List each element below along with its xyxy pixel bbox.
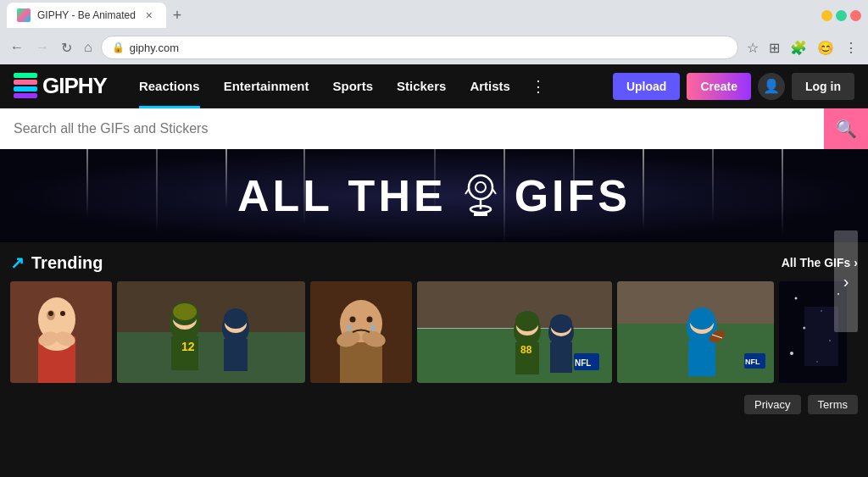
svg-point-0 bbox=[469, 175, 492, 199]
giphy-logo[interactable]: GIPHY bbox=[14, 73, 107, 100]
gif-item-4[interactable]: 88 NFL bbox=[417, 281, 612, 383]
svg-point-37 bbox=[371, 324, 375, 331]
reload-button[interactable]: ↻ bbox=[58, 36, 75, 59]
svg-point-45 bbox=[515, 311, 539, 331]
logo-bar-4 bbox=[14, 93, 37, 98]
address-text: giphy.com bbox=[130, 42, 727, 54]
gif-content-4: 88 NFL bbox=[417, 281, 612, 383]
svg-point-35 bbox=[367, 317, 373, 323]
svg-text:NFL: NFL bbox=[575, 358, 591, 368]
window-close-button[interactable]: × bbox=[850, 10, 861, 21]
svg-rect-48 bbox=[550, 342, 572, 373]
gif-content-2: 12 bbox=[117, 281, 305, 383]
hero-text: ALL THE GIFS bbox=[237, 170, 631, 221]
new-tab-button[interactable]: + bbox=[166, 3, 189, 28]
emmy-trophy-icon bbox=[460, 170, 501, 221]
svg-line-5 bbox=[492, 189, 496, 194]
apps-button[interactable]: ⊞ bbox=[765, 36, 783, 59]
browser-chrome: GIPHY - Be Animated × + — □ × ← → ↻ ⌂ 🔒 … bbox=[0, 0, 868, 64]
nav-actions: Upload Create 👤 Log in bbox=[613, 73, 854, 100]
search-bar: 🔍 bbox=[0, 108, 868, 149]
gif-content-3 bbox=[310, 281, 412, 383]
privacy-link[interactable]: Privacy bbox=[744, 395, 801, 414]
gif-item-5[interactable]: NFL bbox=[617, 281, 774, 383]
svg-point-65 bbox=[795, 297, 798, 300]
avatar-icon: 👤 bbox=[763, 78, 780, 94]
trending-header: ↗ Trending All The GIFs › bbox=[10, 252, 858, 273]
logo-bar-1 bbox=[14, 73, 37, 78]
nav-link-artists[interactable]: Artists bbox=[458, 64, 522, 108]
main-nav: GIPHY Reactions Entertainment Sports Sti… bbox=[0, 64, 868, 108]
hero-title-part2: GIFS bbox=[515, 170, 631, 221]
search-icon: 🔍 bbox=[836, 119, 857, 139]
gif-grid: 12 bbox=[10, 281, 858, 383]
footer-bar: Privacy Terms bbox=[0, 390, 868, 419]
extensions-button[interactable]: 🧩 bbox=[787, 36, 810, 59]
address-bar[interactable]: 🔒 giphy.com bbox=[101, 36, 738, 59]
create-button[interactable]: Create bbox=[687, 73, 751, 100]
nav-link-reactions[interactable]: Reactions bbox=[127, 64, 212, 108]
svg-point-59 bbox=[689, 308, 715, 330]
browser-tab[interactable]: GIPHY - Be Animated × bbox=[7, 3, 166, 28]
gif-content-1 bbox=[10, 281, 112, 383]
login-button[interactable]: Log in bbox=[792, 73, 854, 100]
gif-item-1[interactable] bbox=[10, 281, 112, 383]
menu-button[interactable]: ⋮ bbox=[841, 36, 861, 59]
next-button[interactable]: › bbox=[834, 230, 858, 332]
hero-title: ALL THE GIFS bbox=[237, 170, 631, 221]
svg-rect-72 bbox=[804, 307, 838, 366]
home-button[interactable]: ⌂ bbox=[81, 36, 96, 58]
svg-rect-26 bbox=[224, 339, 248, 371]
nav-link-stickers[interactable]: Stickers bbox=[385, 64, 458, 108]
svg-rect-18 bbox=[117, 281, 305, 332]
nav-link-entertainment[interactable]: Entertainment bbox=[212, 64, 321, 108]
tab-title: GIPHY - Be Animated bbox=[37, 9, 136, 21]
svg-point-15 bbox=[60, 311, 65, 316]
gif-item-3[interactable] bbox=[310, 281, 412, 383]
hero-banner: ALL THE GIFS bbox=[0, 149, 868, 242]
logo-bar-2 bbox=[14, 80, 37, 85]
svg-point-34 bbox=[350, 317, 356, 323]
tab-close-btn[interactable]: × bbox=[142, 8, 156, 22]
bookmark-button[interactable]: ☆ bbox=[743, 36, 762, 59]
tab-favicon bbox=[17, 8, 31, 22]
search-input[interactable] bbox=[0, 108, 824, 149]
terms-link[interactable]: Terms bbox=[808, 395, 858, 414]
svg-rect-31 bbox=[340, 342, 382, 383]
site-content: GIPHY Reactions Entertainment Sports Sti… bbox=[0, 64, 868, 477]
nav-link-sports[interactable]: Sports bbox=[320, 64, 385, 108]
nav-more-button[interactable]: ⋮ bbox=[522, 77, 554, 96]
svg-rect-17 bbox=[117, 332, 305, 383]
gif-item-2[interactable]: 12 bbox=[117, 281, 305, 383]
window-minimize-button[interactable]: — bbox=[821, 10, 832, 21]
svg-point-6 bbox=[476, 182, 486, 192]
search-button[interactable]: 🔍 bbox=[824, 108, 868, 149]
user-avatar-button[interactable]: 👤 bbox=[758, 73, 785, 100]
svg-point-24 bbox=[173, 303, 197, 320]
toolbar-icons: ☆ ⊞ 🧩 😊 ⋮ bbox=[743, 36, 861, 59]
trending-label: Trending bbox=[31, 253, 103, 273]
svg-text:12: 12 bbox=[181, 340, 195, 353]
svg-point-14 bbox=[48, 311, 53, 316]
svg-rect-41 bbox=[417, 281, 612, 328]
trending-icon: ↗ bbox=[10, 252, 25, 273]
trending-title: ↗ Trending bbox=[10, 252, 103, 273]
svg-text:88: 88 bbox=[520, 344, 532, 356]
gif-content-5: NFL bbox=[617, 281, 774, 383]
svg-point-28 bbox=[224, 308, 248, 329]
nav-links: Reactions Entertainment Sports Stickers … bbox=[127, 64, 613, 108]
forward-button[interactable]: → bbox=[32, 36, 53, 58]
svg-point-36 bbox=[348, 324, 351, 331]
logo-bar-3 bbox=[14, 86, 37, 92]
upload-button[interactable]: Upload bbox=[613, 73, 680, 100]
back-button[interactable]: ← bbox=[7, 36, 27, 58]
svg-text:NFL: NFL bbox=[745, 358, 760, 366]
window-maximize-button[interactable]: □ bbox=[836, 10, 847, 21]
avatar-button[interactable]: 😊 bbox=[814, 36, 837, 59]
svg-point-50 bbox=[550, 314, 572, 333]
browser-toolbar: ← → ↻ ⌂ 🔒 giphy.com ☆ ⊞ 🧩 😊 ⋮ bbox=[0, 31, 868, 64]
svg-rect-57 bbox=[688, 341, 715, 376]
hero-title-part1: ALL THE bbox=[237, 170, 447, 221]
svg-point-69 bbox=[790, 352, 793, 355]
lock-icon: 🔒 bbox=[112, 42, 125, 53]
